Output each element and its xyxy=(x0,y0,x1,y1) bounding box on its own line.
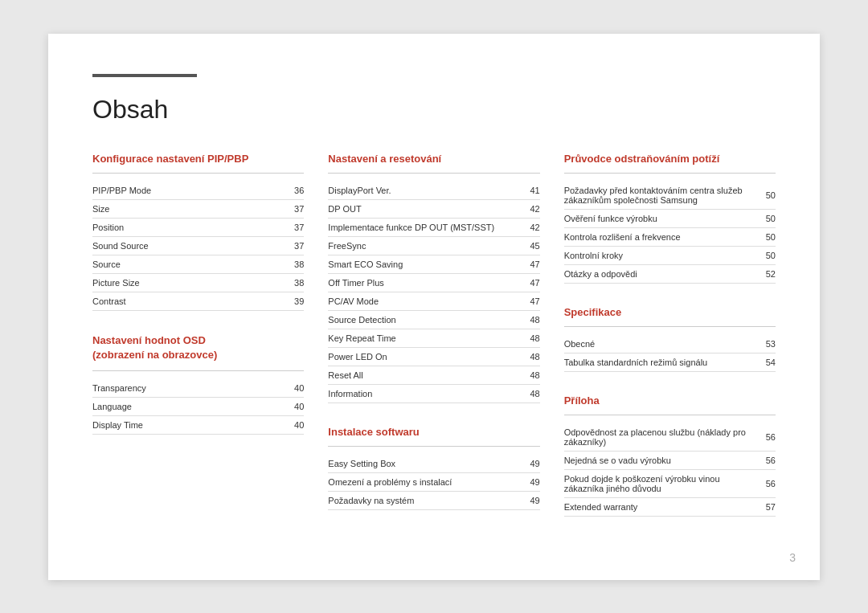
table-row: Sound Source 37 xyxy=(92,236,304,255)
toc-label: Contrast xyxy=(92,292,280,310)
table-row: Požadavky před kontaktováním centra služ… xyxy=(564,182,776,210)
section-pruvodce: Průvodce odstraňováním potíží Požadavky … xyxy=(564,153,776,284)
toc-label: Ověření funkce výrobku xyxy=(564,209,751,227)
divider-priloha xyxy=(564,415,776,415)
toc-label: Omezení a problémy s instalací xyxy=(328,472,515,491)
table-row: Extended warranty 57 xyxy=(564,497,776,516)
toc-label: Kontrola rozlišení a frekvence xyxy=(564,227,751,246)
toc-label: Size xyxy=(92,199,280,218)
page-number: 3 xyxy=(789,551,796,564)
divider-pruvodce xyxy=(564,173,776,174)
table-row: FreeSync 45 xyxy=(328,236,539,255)
toc-page: 49 xyxy=(516,472,540,491)
toc-page: 53 xyxy=(751,335,776,353)
toc-page: 52 xyxy=(751,264,776,283)
section-nastaveni: Nastavení a resetování DisplayPort Ver. … xyxy=(328,153,539,403)
toc-page: 57 xyxy=(751,497,776,516)
toc-page: 40 xyxy=(280,379,304,398)
toc-page: 36 xyxy=(280,182,304,200)
toc-label: FreeSync xyxy=(328,236,515,255)
toc-page: 49 xyxy=(516,455,540,473)
section-priloha-title: Příloha xyxy=(564,394,776,407)
toc-label: Otázky a odpovědi xyxy=(564,264,751,283)
toc-label: DP OUT xyxy=(328,199,515,218)
table-row: Source 38 xyxy=(92,255,304,273)
table-row: Source Detection 48 xyxy=(328,310,539,329)
table-row: Easy Setting Box 49 xyxy=(328,455,539,473)
table-row: Language 40 xyxy=(92,397,304,415)
toc-label: Pokud dojde k poškození výrobku vinou zá… xyxy=(564,469,751,497)
toc-page: 54 xyxy=(751,353,776,371)
toc-label: Easy Setting Box xyxy=(328,455,515,473)
toc-label: PIP/PBP Mode xyxy=(92,182,280,200)
section-specifikace-title: Specifikace xyxy=(564,306,776,318)
toc-page: 47 xyxy=(516,292,540,310)
table-row: Kontrolní kroky 50 xyxy=(564,246,776,264)
section-nastaveni-title: Nastavení a resetování xyxy=(328,153,539,165)
divider-specifikace xyxy=(564,326,776,327)
toc-page: 37 xyxy=(280,236,304,255)
toc-label: Position xyxy=(92,218,280,236)
table-row: PIP/PBP Mode 36 xyxy=(92,182,304,200)
toc-label: DisplayPort Ver. xyxy=(328,182,515,200)
table-row: Tabulka standardních režimů signálu 54 xyxy=(564,353,776,371)
toc-label: Kontrolní kroky xyxy=(564,246,751,264)
column-1: Konfigurace nastavení PIP/PBP PIP/PBP Mo… xyxy=(92,153,328,539)
toc-label: Reset All xyxy=(328,366,515,384)
section-pip: Konfigurace nastavení PIP/PBP PIP/PBP Mo… xyxy=(92,153,304,311)
table-row: Size 37 xyxy=(92,199,304,218)
toc-label: Information xyxy=(328,384,515,403)
toc-table-pruvodce: Požadavky před kontaktováním centra služ… xyxy=(564,182,776,284)
toc-label: Tabulka standardních režimů signálu xyxy=(564,353,751,371)
column-2: Nastavení a resetování DisplayPort Ver. … xyxy=(328,153,563,539)
divider-instalace xyxy=(328,446,539,447)
toc-page: 38 xyxy=(280,255,304,273)
table-row: Kontrola rozlišení a frekvence 50 xyxy=(564,227,776,246)
toc-page: 48 xyxy=(516,384,540,403)
section-instalace: Instalace softwaru Easy Setting Box 49 O… xyxy=(328,426,539,510)
table-row: Power LED On 48 xyxy=(328,347,539,366)
table-row: DP OUT 42 xyxy=(328,199,539,218)
toc-table-specifikace: Obecné 53 Tabulka standardních režimů si… xyxy=(564,335,776,372)
table-row: PC/AV Mode 47 xyxy=(328,292,539,310)
divider-pip xyxy=(92,173,304,174)
toc-page: 45 xyxy=(516,236,540,255)
toc-page: 41 xyxy=(516,182,540,200)
table-row: Nejedná se o vadu výrobku 56 xyxy=(564,451,776,469)
toc-label: Language xyxy=(92,397,280,415)
toc-table-instalace: Easy Setting Box 49 Omezení a problémy s… xyxy=(328,455,539,510)
toc-page: 48 xyxy=(516,329,540,347)
toc-page: 48 xyxy=(516,310,540,329)
toc-page: 48 xyxy=(516,347,540,366)
toc-page: 40 xyxy=(280,415,304,434)
table-row: Display Time 40 xyxy=(92,415,304,434)
toc-page: 56 xyxy=(751,423,776,452)
toc-page: 50 xyxy=(751,227,776,246)
toc-page: 50 xyxy=(751,182,776,210)
toc-page: 42 xyxy=(516,218,540,236)
page: Obsah Konfigurace nastavení PIP/PBP PIP/… xyxy=(48,34,820,580)
section-pruvodce-title: Průvodce odstraňováním potíží xyxy=(564,153,776,165)
table-row: Odpovědnost za placenou službu (náklady … xyxy=(564,423,776,452)
toc-table-osd: Transparency 40 Language 40 Display Time… xyxy=(92,379,304,435)
toc-page: 47 xyxy=(516,273,540,292)
table-row: Contrast 39 xyxy=(92,292,304,310)
toc-label: Obecné xyxy=(564,335,751,353)
toc-label: PC/AV Mode xyxy=(328,292,515,310)
toc-label: Extended warranty xyxy=(564,497,751,516)
toc-table-priloha: Odpovědnost za placenou službu (náklady … xyxy=(564,423,776,517)
toc-page: 42 xyxy=(516,199,540,218)
table-row: Omezení a problémy s instalací 49 xyxy=(328,472,539,491)
table-row: Smart ECO Saving 47 xyxy=(328,255,539,273)
toc-table-pip: PIP/PBP Mode 36 Size 37 Position 37 Soun… xyxy=(92,182,304,311)
toc-label: Key Repeat Time xyxy=(328,329,515,347)
divider-osd xyxy=(92,370,304,371)
toc-page: 50 xyxy=(751,209,776,227)
toc-page: 50 xyxy=(751,246,776,264)
table-row: Information 48 xyxy=(328,384,539,403)
toc-label: Transparency xyxy=(92,379,280,398)
toc-label: Source Detection xyxy=(328,310,515,329)
toc-label: Sound Source xyxy=(92,236,280,255)
section-priloha: Příloha Odpovědnost za placenou službu (… xyxy=(564,394,776,517)
toc-label: Nejedná se o vadu výrobku xyxy=(564,451,751,469)
